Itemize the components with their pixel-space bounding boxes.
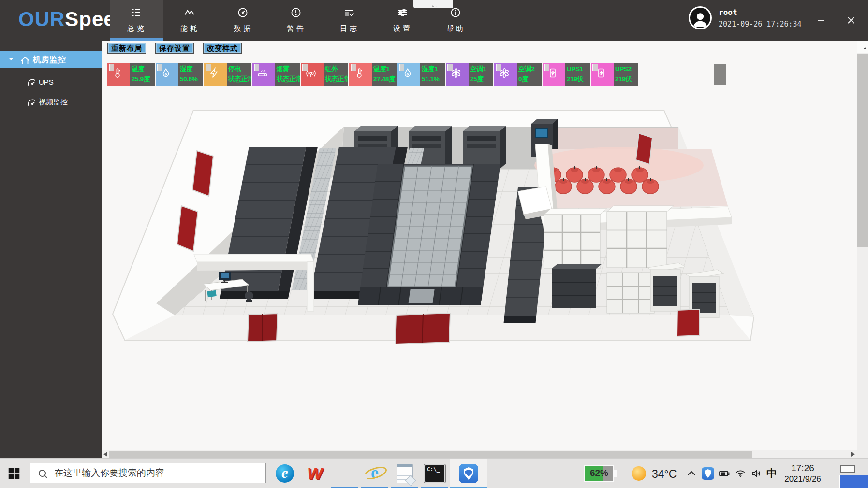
taskbar-app-explorer[interactable] [330, 459, 360, 488]
sensor-name: 湿度 [180, 64, 203, 74]
fan-icon-box [494, 63, 517, 86]
desktop: OURSpeed 总览能耗数据警告日志设置帮助 root 2021-09-26 … [0, 0, 868, 488]
sidebar-item-label: 机房监控 [33, 54, 66, 65]
show-desktop-button[interactable] [840, 465, 855, 473]
sensor-widget[interactable]: 温度25.9度 [107, 63, 155, 86]
sensor-value: 25度 [470, 74, 493, 84]
sensor-name: 空调2 [518, 64, 542, 74]
sensor-widget[interactable]: UPS1219伏 [543, 63, 590, 86]
scroll-up-arrow[interactable] [857, 41, 868, 53]
vertical-scroll-thumb[interactable] [857, 54, 868, 247]
sensor-widget[interactable]: 湿度50.6% [156, 63, 204, 86]
taskbar-app-edge[interactable] [270, 459, 300, 488]
nav-tab-overview[interactable]: 总览 [110, 0, 163, 41]
taskbar-app-security[interactable] [450, 459, 487, 488]
start-button[interactable] [7, 466, 22, 482]
sensor-widget[interactable]: UPS2219伏 [591, 63, 639, 86]
nav-tab-label: 总览 [127, 24, 147, 33]
sensor-label-box: 空调20度 [517, 63, 542, 86]
alert-icon [290, 7, 303, 20]
close-button[interactable] [841, 11, 861, 30]
edge-icon [276, 464, 294, 483]
sliders-icon [397, 7, 410, 20]
sensor-widget[interactable]: 红外状态正常 [301, 63, 349, 86]
nav-tab-log[interactable]: 日志 [323, 0, 376, 41]
nav-tab-label: 数据 [234, 24, 253, 33]
toolbar: 重新布局保存设置改变样式 [107, 43, 242, 54]
horizontal-scroll-thumb[interactable] [109, 451, 752, 458]
sensor-widget[interactable]: 空调20度 [494, 63, 542, 86]
nav-tab-label: 帮助 [446, 24, 466, 33]
sensor-widget[interactable]: 烟雾状态正常 [252, 63, 300, 86]
nav-tab-data[interactable]: 数据 [217, 0, 270, 41]
main-content: 重新布局保存设置改变样式 温度25.9度湿度50.6%停电状态正常烟雾状态正常红… [102, 41, 857, 458]
sidebar-item-room-monitoring[interactable]: 机房监控 [0, 51, 102, 68]
horizontal-scrollbar[interactable] [102, 450, 857, 458]
taskbar-clock[interactable]: 17:26 2021/9/26 [778, 462, 828, 485]
sensor-value: 状态正常 [277, 74, 300, 84]
chevron-up-icon[interactable] [686, 468, 697, 479]
nav-tab-energy[interactable]: 能耗 [163, 0, 217, 41]
taskbar-apps [270, 459, 487, 488]
sensor-label-box: 空调125度 [469, 63, 493, 86]
taskbar-search[interactable] [30, 463, 266, 483]
home-icon [19, 55, 29, 64]
change-style-button[interactable]: 改变样式 [203, 43, 242, 54]
sensor-name: 空调1 [470, 64, 493, 74]
battery-icon[interactable] [719, 468, 730, 479]
sensor-name: 烟雾 [277, 64, 300, 74]
taskbar-app-notepad[interactable] [390, 459, 420, 488]
log-icon [343, 7, 356, 20]
sensor-label-box: 温度127.48度 [372, 63, 397, 86]
wifi-icon[interactable] [735, 468, 746, 479]
sensor-widget[interactable]: 停电状态正常 [204, 63, 252, 86]
minimize-button[interactable] [811, 11, 831, 30]
ups-icon-box [591, 63, 614, 86]
scroll-right-arrow[interactable] [851, 452, 855, 457]
corner-tab [496, 64, 501, 71]
sensor-value: 219伏 [615, 74, 638, 84]
battery-widget[interactable]: 62% [584, 465, 618, 482]
vertical-scrollbar[interactable] [857, 41, 868, 458]
wave-icon [184, 7, 197, 20]
avatar[interactable] [689, 6, 712, 29]
taskbar-app-ie[interactable] [360, 459, 390, 488]
fan-icon-box [446, 63, 469, 86]
sensor-label-box: 湿度50.6% [178, 63, 203, 86]
scroll-left-arrow[interactable] [103, 452, 107, 457]
gauge-icon [237, 7, 250, 20]
sensor-label-box: 烟雾状态正常 [275, 63, 300, 86]
sensor-value: 51.1% [422, 74, 445, 84]
person-icon [692, 11, 708, 28]
ime-indicator[interactable]: 中 [766, 466, 777, 481]
collapse-header-button[interactable] [413, 0, 453, 8]
gauge-icon [27, 78, 35, 86]
taskbar-app-cmd[interactable] [420, 459, 450, 488]
sensor-name: UPS1 [567, 64, 590, 74]
corner-tab [351, 64, 356, 71]
sensor-label-box: UPS1219伏 [565, 63, 590, 86]
taskbar-app-wps[interactable] [300, 459, 330, 488]
gauge-icon [27, 98, 35, 106]
weather-temperature[interactable]: 34°C [652, 468, 677, 481]
corner-tab [109, 64, 114, 71]
relayout-button[interactable]: 重新布局 [107, 43, 146, 54]
sensor-widget[interactable]: 温度127.48度 [349, 63, 397, 86]
sidebar-item-ups[interactable]: UPS [0, 75, 102, 88]
logo-part-our: OUR [18, 8, 65, 30]
sensor-name: 温度 [132, 64, 155, 74]
sensor-widget[interactable]: 空调125度 [446, 63, 494, 86]
security-tray-icon[interactable] [702, 467, 714, 480]
nav-tab-alert[interactable]: 警告 [270, 0, 323, 41]
search-input[interactable] [53, 467, 265, 479]
weather-sun-icon[interactable] [632, 466, 646, 481]
user-block[interactable]: root 2021-09-26 17:26:34 [689, 6, 802, 29]
app-header: OURSpeed 总览能耗数据警告日志设置帮助 root 2021-09-26 … [0, 0, 868, 41]
sensor-widget[interactable]: 湿度151.1% [397, 63, 445, 86]
sidebar-item-video-monitoring[interactable]: 视频监控 [0, 95, 102, 109]
chevron-up-icon [859, 44, 866, 49]
windows-icon [7, 466, 21, 481]
sidebar-item-label: 视频监控 [39, 98, 68, 107]
speaker-icon[interactable] [750, 468, 762, 479]
save-settings-button[interactable]: 保存设置 [155, 43, 194, 54]
